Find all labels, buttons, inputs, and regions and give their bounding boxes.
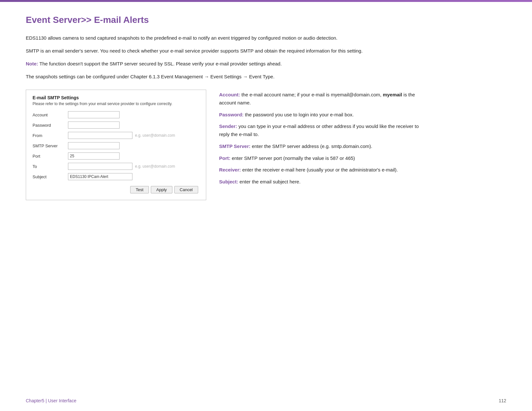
input-smtp-server[interactable]: [68, 142, 120, 149]
smtp-settings-box: E-mail SMTP Settings Please refer to the…: [26, 90, 206, 200]
label-password: Password: [33, 123, 68, 128]
field-row-from: From e.g. user@domain.com: [33, 132, 199, 139]
desc-label-receiver: Receiver:: [219, 167, 241, 172]
main-layout: E-mail SMTP Settings Please refer to the…: [26, 90, 506, 200]
desc-text-receiver: enter the receiver e-mail here (usually …: [242, 167, 398, 172]
desc-text-smtp-server: enter the SMTP server address (e.g. smtp…: [252, 143, 372, 149]
desc-text-subject: enter the email subject here.: [239, 179, 300, 184]
desc-text-port: enter SMTP server port (normally the val…: [232, 155, 355, 161]
smtp-box-subtitle: Please refer to the settings from your e…: [33, 102, 199, 106]
field-row-password: Password: [33, 122, 199, 129]
snapshots-text: The snapshots settings can be configured…: [26, 73, 380, 81]
input-subject[interactable]: [68, 173, 132, 180]
cancel-button[interactable]: Cancel: [174, 186, 198, 193]
input-from[interactable]: [68, 132, 132, 139]
field-row-port: Port: [33, 152, 199, 160]
label-subject: Subject: [33, 174, 68, 179]
desc-label-password: Password:: [219, 112, 244, 117]
label-from: From: [33, 133, 68, 138]
desc-label-smtp-server: SMTP Server:: [219, 143, 250, 149]
desc-label-account: Account:: [219, 92, 240, 97]
desc-port: Port: enter SMTP server port (normally t…: [219, 154, 425, 162]
note-label: Note:: [26, 61, 38, 66]
desc-text-sender: you can type in your e-mail address or o…: [219, 123, 419, 137]
field-row-account: Account: [33, 111, 199, 118]
desc-sender: Sender: you can type in your e-mail addr…: [219, 122, 425, 139]
intro-para1: EDS1130 allows camera to send captured s…: [26, 34, 380, 42]
smtp-buttons: Test Apply Cancel: [33, 186, 199, 193]
desc-receiver: Receiver: enter the receiver e-mail here…: [219, 166, 425, 174]
field-row-smtp-server: SMTP Server: [33, 142, 199, 149]
label-to: To: [33, 164, 68, 169]
footer-left: Chapter5 | User Interface: [26, 398, 76, 403]
input-port[interactable]: [68, 152, 120, 160]
desc-label-sender: Sender:: [219, 123, 237, 129]
apply-button[interactable]: Apply: [151, 186, 172, 193]
note-text: The function doesn't support the SMTP se…: [38, 61, 282, 66]
desc-text-account: the e-mail account name; if your e-mail …: [219, 92, 415, 105]
page-footer: Chapter5 | User Interface 112: [26, 398, 506, 403]
label-smtp-server: SMTP Server: [33, 143, 68, 148]
field-row-subject: Subject: [33, 173, 199, 180]
desc-label-subject: Subject:: [219, 179, 238, 184]
input-to[interactable]: [68, 163, 132, 170]
page-title: Event Server>> E-mail Alerts: [26, 15, 506, 25]
label-port: Port: [33, 154, 68, 159]
input-password[interactable]: [68, 122, 120, 129]
input-account[interactable]: [68, 111, 120, 118]
label-account: Account: [33, 113, 68, 117]
description-column: Account: the e-mail account name; if you…: [219, 90, 506, 190]
desc-account: Account: the e-mail account name; if you…: [219, 91, 425, 107]
footer-right: 112: [499, 398, 506, 403]
from-placeholder: e.g. user@domain.com: [135, 133, 175, 138]
to-placeholder: e.g. user@domain.com: [135, 164, 175, 169]
smtp-box-title: E-mail SMTP Settings: [33, 95, 199, 100]
desc-label-port: Port:: [219, 155, 230, 161]
desc-text-password: the password you use to login into your …: [245, 112, 354, 117]
page-content: Event Server>> E-mail Alerts EDS1130 all…: [0, 2, 532, 220]
desc-subject: Subject: enter the email subject here.: [219, 178, 425, 186]
test-button[interactable]: Test: [130, 186, 149, 193]
note-para: Note: The function doesn't support the S…: [26, 60, 380, 68]
desc-smtp-server: SMTP Server: enter the SMTP server addre…: [219, 142, 425, 151]
field-row-to: To e.g. user@domain.com: [33, 163, 199, 170]
desc-password: Password: the password you use to login …: [219, 111, 425, 119]
intro-para2: SMTP is an email sender's server. You ne…: [26, 47, 380, 55]
